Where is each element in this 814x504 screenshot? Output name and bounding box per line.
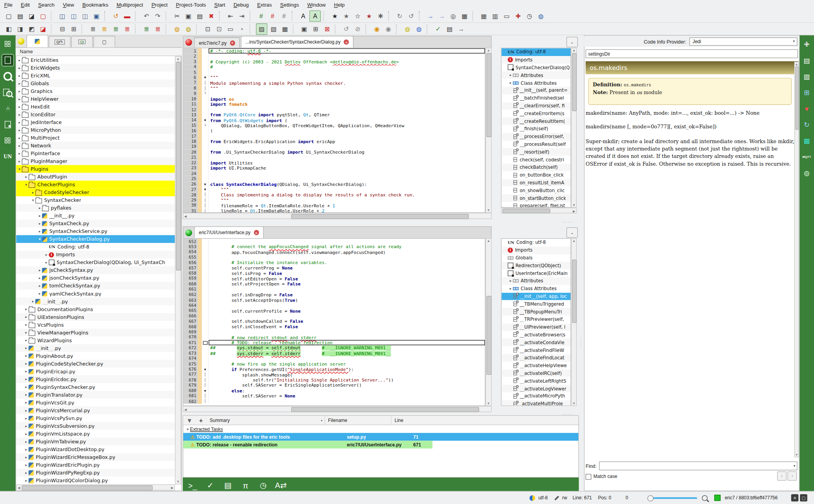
fold-margin[interactable]: ▼ xyxy=(202,182,208,187)
outline-item-globals[interactable]: Globals xyxy=(501,254,571,262)
redo-icon[interactable]: ↷ xyxy=(152,10,163,21)
expand-arrow[interactable]: ▸ xyxy=(24,478,28,483)
expand-arrow[interactable]: ▸ xyxy=(17,105,22,109)
tree-item-pluginvcspysvn-py[interactable]: ▸PluginVcsPySvn.py xyxy=(16,414,175,422)
outline-item-activateirc-self[interactable]: __activateIRC(self) xyxy=(501,369,571,377)
code-line-24[interactable]: 24 xyxy=(183,171,485,176)
goto-marker-icon[interactable]: → xyxy=(425,10,436,21)
code-line-652[interactable]: 652 xyxy=(183,239,485,244)
screen-icon[interactable]: ▢ xyxy=(800,494,807,502)
outline-item-processerror-self[interactable]: __processError(self, xyxy=(501,133,571,140)
fold-margin[interactable] xyxy=(202,249,208,255)
mqtt-monitor-icon[interactable]: MQTT xyxy=(801,151,812,162)
outline-item-on-buttonbox-click[interactable]: on_buttonBox_click xyxy=(501,171,571,179)
editor-add-icon[interactable]: ≣ xyxy=(141,24,152,34)
code-line-29[interactable]: 29│ """ xyxy=(183,198,485,203)
expand-arrow[interactable]: ▸ xyxy=(24,385,28,389)
export-icon[interactable]: → xyxy=(456,24,466,34)
editor1-tab-eric7-eric7-py[interactable]: eric7/eric7.py✕ xyxy=(194,37,240,48)
code-line-25[interactable]: 25 xyxy=(183,176,485,182)
editor2-code-area[interactable]: 652653 # connect the appFocusChanged sig… xyxy=(183,238,485,406)
outline-item-createresultitem[interactable]: __createResultItem( xyxy=(501,117,571,125)
debug-viewer-icon[interactable]: ✚ xyxy=(801,38,812,50)
tree-item-init-py[interactable]: ▸__init__.py xyxy=(16,212,175,220)
session-new-icon[interactable]: ◧ xyxy=(4,24,14,34)
menu-project-tools[interactable]: Project-Tools xyxy=(172,1,210,8)
un-logo-icon[interactable]: UN xyxy=(2,151,13,162)
expand-arrow[interactable]: ▸ xyxy=(24,369,28,374)
menu-project[interactable]: Project xyxy=(147,1,172,8)
editor2-outline[interactable]: UNCoding: utf-8iImportsGlobalsRedirector… xyxy=(501,238,571,406)
outline1-horizontal-scrollbar[interactable]: ▶ xyxy=(501,208,577,214)
code-line-9[interactable]: 9└ xyxy=(183,91,485,96)
log-viewer-icon[interactable]: ▤ xyxy=(222,480,233,491)
splitter-grip[interactable]: ······ xyxy=(578,338,583,349)
expand-arrow[interactable]: ▾ xyxy=(37,237,42,241)
clock-icon[interactable]: ◷ xyxy=(524,10,535,21)
fold-margin[interactable] xyxy=(202,48,208,54)
menu-file[interactable]: File xyxy=(0,1,17,8)
close-icon[interactable]: ✕ xyxy=(230,40,235,45)
web-browser-icon[interactable]: ◍ xyxy=(536,10,546,21)
expand-arrow[interactable]: ▸ xyxy=(508,287,513,291)
code-line-17[interactable]: 17 xyxy=(183,133,485,139)
fold-margin[interactable] xyxy=(202,335,208,340)
image-edit-icon[interactable]: ▧ xyxy=(268,24,279,34)
expand-arrow[interactable]: ▸ xyxy=(37,284,42,288)
tree-item-pluginvcsmercurial-py[interactable]: ▸PluginVcsMercurial.py xyxy=(16,406,175,414)
expand-arrow[interactable]: ▸ xyxy=(17,97,22,101)
outline-item-checkbatch-self[interactable]: checkBatch(self) xyxy=(501,163,571,171)
outline-item-processresult-self[interactable]: __processResult(self xyxy=(501,140,571,148)
expand-arrow[interactable]: ▸ xyxy=(37,229,42,233)
template-viewer-icon[interactable]: ✱ xyxy=(2,119,13,130)
outline-item-attributes[interactable]: ▸Attributes xyxy=(501,277,571,285)
code-line-654[interactable]: 654 app.focusChanged.connect(self.viewma… xyxy=(183,249,485,255)
menu-extras[interactable]: Extras xyxy=(253,1,276,8)
fold-margin[interactable] xyxy=(202,244,208,250)
editor1-outline[interactable]: UNCoding: utf-8iImportsSyntaxCheckerDial… xyxy=(501,48,571,208)
outline-item-uipreviewer-self-l[interactable]: __UIPreviewer(self, l xyxy=(501,323,571,331)
code-line-6[interactable]: 6▼""" xyxy=(183,75,485,80)
calendar-icon[interactable]: ▦ xyxy=(479,10,489,21)
table-remove-icon[interactable]: ⊠ xyxy=(322,24,333,34)
marker-next-icon[interactable]: → xyxy=(437,10,447,21)
duplicate-icon[interactable]: ▣ xyxy=(299,24,310,34)
expand-arrow[interactable]: ▸ xyxy=(17,81,22,86)
code-line-675[interactable]: 675 # now fire up the single application… xyxy=(183,361,485,367)
expand-arrow[interactable]: ▸ xyxy=(24,463,28,467)
code-line-660[interactable]: 660 self.utProjectOpen = False xyxy=(183,282,485,287)
code-line-677[interactable]: 677│ splash.showMessage( xyxy=(183,372,485,378)
help-viewer-icon[interactable]: ▥ xyxy=(801,71,812,82)
multiproject-viewer-icon[interactable] xyxy=(2,38,13,50)
profile-edit-icon[interactable]: ⊟ xyxy=(57,24,68,34)
find-input[interactable]: ▾ xyxy=(599,462,798,471)
open-file-icon[interactable]: ◪ xyxy=(26,10,37,21)
frame-new-icon[interactable]: ⊡ xyxy=(214,24,224,34)
menu-search[interactable]: Search xyxy=(34,1,59,8)
code-line-658[interactable]: 658 self.isProg = False xyxy=(183,271,485,276)
fold-margin[interactable] xyxy=(202,260,208,266)
translator-icon[interactable]: A⇄ xyxy=(275,480,286,491)
status-encoding[interactable]: utf-8 xyxy=(538,494,548,502)
save-all-icon[interactable]: ▣ xyxy=(91,10,102,21)
code-line-14[interactable]: 14▼from PyQt6.QtWidgets import ( xyxy=(183,117,485,123)
tree-item-init-py[interactable]: ▸__init__.py xyxy=(16,298,175,305)
fold-margin[interactable] xyxy=(202,96,208,102)
editor2-tab-eric7-ui-userinterface-py[interactable]: eric7/UI/UserInterface.py✕ xyxy=(194,226,263,238)
fold-margin[interactable]: ▼ xyxy=(202,367,208,372)
close-icon[interactable]: ✕ xyxy=(344,39,349,44)
outline-item-userinterface-ericmain[interactable]: UserInterface(EricMain xyxy=(501,270,571,277)
nav-back-icon[interactable]: ↻ xyxy=(394,10,405,21)
outline-item-clearerrors-self-fi[interactable]: __clearErrors(self, fi xyxy=(501,102,571,110)
task-row-todo-release-reenable-redirection[interactable]: ⚠TODO: release - reenable redirectioneri… xyxy=(183,441,432,448)
expand-arrow[interactable]: ▸ xyxy=(17,144,22,148)
fold-margin[interactable] xyxy=(202,319,208,324)
tree-item-pluginwizardpyregexp-py[interactable]: ▸PluginWizardPyRegExp.py xyxy=(16,469,175,476)
tools-icon[interactable]: ✚ xyxy=(513,10,523,21)
outline-item-on-resultlist-itema[interactable]: on_resultList_itemA xyxy=(501,179,571,187)
expand-arrow[interactable]: ▸ xyxy=(508,73,513,77)
outline2-scrollbar[interactable]: ▲▼ xyxy=(571,238,577,406)
code-line-669[interactable]: 669 xyxy=(183,329,485,335)
code-line-1[interactable]: 1# -*- coding: utf-8 -*- xyxy=(183,48,485,54)
tree-item-pluginabout-py[interactable]: ▸PluginAbout.py xyxy=(16,352,175,360)
